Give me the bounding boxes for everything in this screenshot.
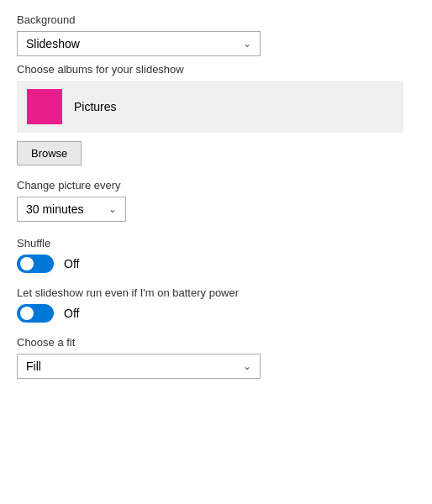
background-dropdown[interactable]: Slideshow ⌄ xyxy=(17,31,261,56)
battery-toggle-state: Off xyxy=(64,307,79,320)
shuffle-toggle-state: Off xyxy=(64,257,79,270)
battery-toggle-thumb xyxy=(20,307,34,320)
fit-label: Choose a fit xyxy=(17,336,415,349)
background-dropdown-chevron: ⌄ xyxy=(243,38,251,50)
fit-dropdown-chevron: ⌄ xyxy=(243,360,251,372)
fit-dropdown-value: Fill xyxy=(26,360,41,373)
change-picture-chevron: ⌄ xyxy=(108,203,117,215)
shuffle-toggle[interactable] xyxy=(17,255,54,273)
battery-label: Let slideshow run even if I'm on battery… xyxy=(17,286,415,299)
album-name: Pictures xyxy=(74,100,117,113)
album-item: Pictures xyxy=(17,81,403,133)
background-dropdown-value: Slideshow xyxy=(26,37,80,50)
battery-toggle-track xyxy=(17,304,54,323)
change-picture-dropdown[interactable]: 30 minutes ⌄ xyxy=(17,197,126,222)
albums-section-label: Choose albums for your slideshow xyxy=(17,63,415,76)
shuffle-toggle-track xyxy=(17,255,54,273)
battery-toggle[interactable] xyxy=(17,304,54,323)
background-label: Background xyxy=(17,13,415,26)
shuffle-toggle-thumb xyxy=(20,257,34,270)
change-picture-value: 30 minutes xyxy=(26,202,83,216)
fit-dropdown[interactable]: Fill ⌄ xyxy=(17,354,261,379)
shuffle-label: Shuffle xyxy=(17,237,415,249)
browse-button[interactable]: Browse xyxy=(17,141,82,165)
album-thumbnail xyxy=(27,89,62,124)
change-picture-label: Change picture every xyxy=(17,179,415,192)
